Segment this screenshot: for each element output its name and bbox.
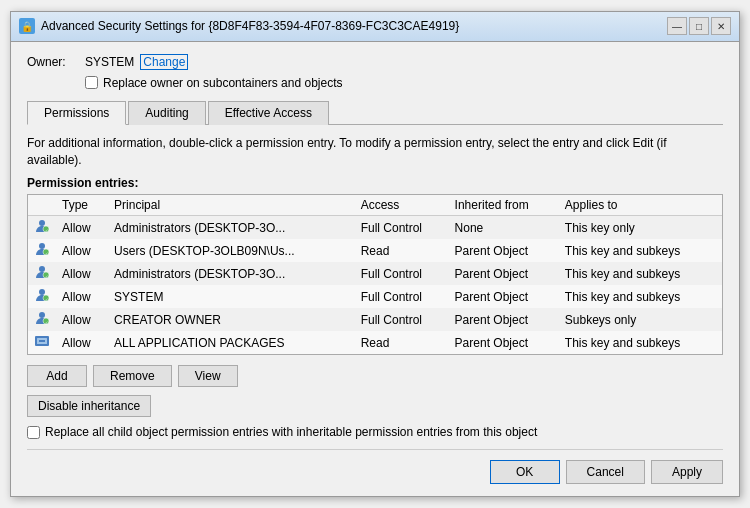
row-access: Full Control [355, 262, 449, 285]
owner-row: Owner: SYSTEM Change [27, 54, 723, 70]
remove-button[interactable]: Remove [93, 365, 172, 387]
row-access: Read [355, 331, 449, 354]
svg-point-12 [39, 312, 45, 318]
row-principal: SYSTEM [108, 285, 355, 308]
window-icon: 🔒 [19, 18, 35, 34]
maximize-button[interactable]: □ [689, 17, 709, 35]
row-type: Allow [56, 239, 108, 262]
row-access: Read [355, 239, 449, 262]
col-inherited: Inherited from [449, 195, 559, 216]
bottom-buttons: OK Cancel Apply [27, 449, 723, 484]
replace-owner-row: Replace owner on subcontainers and objec… [85, 76, 723, 90]
disable-inheritance-button[interactable]: Disable inheritance [27, 395, 151, 417]
row-applies-to: Subkeys only [559, 308, 722, 331]
row-principal: Administrators (DESKTOP-3O... [108, 216, 355, 240]
title-bar-left: 🔒 Advanced Security Settings for {8D8F4F… [19, 18, 459, 34]
svg-text:✓: ✓ [45, 297, 48, 302]
svg-text:✓: ✓ [45, 228, 48, 233]
change-owner-link[interactable]: Change [140, 54, 188, 70]
tab-permissions[interactable]: Permissions [27, 101, 126, 125]
tab-effective-access[interactable]: Effective Access [208, 101, 329, 125]
col-icon [28, 195, 56, 216]
row-type: Allow [56, 331, 108, 354]
view-button[interactable]: View [178, 365, 238, 387]
bottom-checkbox-row: Replace all child object permission entr… [27, 425, 723, 439]
row-inherited-from: Parent Object [449, 239, 559, 262]
close-button[interactable]: ✕ [711, 17, 731, 35]
tab-bar: Permissions Auditing Effective Access [27, 100, 723, 125]
svg-point-0 [39, 220, 45, 226]
row-principal: Administrators (DESKTOP-3O... [108, 262, 355, 285]
row-applies-to: This key only [559, 216, 722, 240]
row-applies-to: This key and subkeys [559, 285, 722, 308]
permission-table-container: Type Principal Access Inherited from App… [27, 194, 723, 355]
row-icon: ✓ [28, 308, 56, 331]
action-button-row: Add Remove View [27, 365, 723, 387]
row-inherited-from: None [449, 216, 559, 240]
content-area: Owner: SYSTEM Change Replace owner on su… [11, 42, 739, 497]
minimize-button[interactable]: — [667, 17, 687, 35]
table-row[interactable]: ✓ AllowSYSTEMFull ControlParent ObjectTh… [28, 285, 722, 308]
row-principal: ALL APPLICATION PACKAGES [108, 331, 355, 354]
row-applies-to: This key and subkeys [559, 331, 722, 354]
row-icon: ✓ [28, 285, 56, 308]
row-inherited-from: Parent Object [449, 308, 559, 331]
permission-table: Type Principal Access Inherited from App… [28, 195, 722, 354]
row-inherited-from: Parent Object [449, 285, 559, 308]
title-bar: 🔒 Advanced Security Settings for {8D8F4F… [11, 12, 739, 42]
row-inherited-from: Parent Object [449, 262, 559, 285]
table-header-row: Type Principal Access Inherited from App… [28, 195, 722, 216]
row-type: Allow [56, 216, 108, 240]
table-row[interactable]: ✓ AllowAdministrators (DESKTOP-3O...Full… [28, 216, 722, 240]
svg-point-3 [39, 243, 45, 249]
table-row[interactable]: AllowALL APPLICATION PACKAGESReadParent … [28, 331, 722, 354]
svg-text:✓: ✓ [45, 251, 48, 256]
row-access: Full Control [355, 216, 449, 240]
row-icon [28, 331, 56, 354]
row-icon: ✓ [28, 239, 56, 262]
replace-permissions-checkbox[interactable] [27, 426, 40, 439]
replace-permissions-label: Replace all child object permission entr… [45, 425, 537, 439]
table-row[interactable]: ✓ AllowUsers (DESKTOP-3OLB09N\Us...ReadP… [28, 239, 722, 262]
tab-auditing[interactable]: Auditing [128, 101, 205, 125]
svg-point-9 [39, 289, 45, 295]
row-icon: ✓ [28, 262, 56, 285]
row-type: Allow [56, 285, 108, 308]
table-row[interactable]: ✓ AllowCREATOR OWNERFull ControlParent O… [28, 308, 722, 331]
row-principal: Users (DESKTOP-3OLB09N\Us... [108, 239, 355, 262]
col-applies: Applies to [559, 195, 722, 216]
owner-label: Owner: [27, 55, 77, 69]
svg-text:✓: ✓ [45, 320, 48, 325]
disable-inheritance-row: Disable inheritance [27, 395, 723, 425]
svg-point-6 [39, 266, 45, 272]
row-applies-to: This key and subkeys [559, 239, 722, 262]
ok-button[interactable]: OK [490, 460, 560, 484]
info-text: For additional information, double-click… [27, 135, 723, 169]
row-principal: CREATOR OWNER [108, 308, 355, 331]
replace-owner-label: Replace owner on subcontainers and objec… [103, 76, 342, 90]
owner-value: SYSTEM [85, 55, 134, 69]
col-principal: Principal [108, 195, 355, 216]
row-icon: ✓ [28, 216, 56, 240]
row-type: Allow [56, 262, 108, 285]
add-button[interactable]: Add [27, 365, 87, 387]
replace-owner-checkbox[interactable] [85, 76, 98, 89]
section-label: Permission entries: [27, 176, 723, 190]
row-access: Full Control [355, 308, 449, 331]
apply-button[interactable]: Apply [651, 460, 723, 484]
row-type: Allow [56, 308, 108, 331]
row-inherited-from: Parent Object [449, 331, 559, 354]
svg-rect-17 [39, 340, 45, 342]
col-type: Type [56, 195, 108, 216]
title-bar-buttons: — □ ✕ [667, 17, 731, 35]
window-title: Advanced Security Settings for {8D8F4F83… [41, 19, 459, 33]
main-window: 🔒 Advanced Security Settings for {8D8F4F… [10, 11, 740, 498]
row-access: Full Control [355, 285, 449, 308]
row-applies-to: This key and subkeys [559, 262, 722, 285]
table-row[interactable]: ✓ AllowAdministrators (DESKTOP-3O...Full… [28, 262, 722, 285]
col-access: Access [355, 195, 449, 216]
cancel-button[interactable]: Cancel [566, 460, 645, 484]
svg-text:✓: ✓ [45, 274, 48, 279]
